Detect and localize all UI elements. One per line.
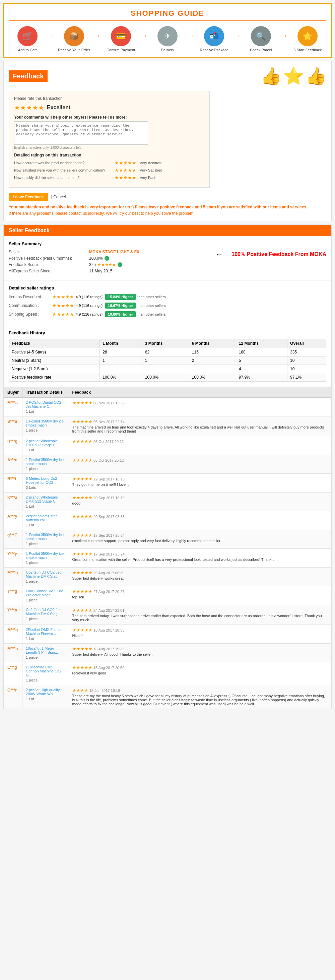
history-cell-overall: 335 xyxy=(287,348,326,356)
seller-rating-stars-0: ★★★★★ xyxy=(52,294,74,299)
buyer-name: M***n xyxy=(7,570,18,575)
leave-feedback-button[interactable]: Leave Feedback xyxy=(9,192,48,201)
item-desc[interactable]: 2kg/lot colorful star butterfly col... xyxy=(26,514,65,522)
buyer-cell-name: K***a xyxy=(4,493,22,511)
buyer-name: M***a xyxy=(7,400,18,405)
item-desc[interactable]: 2 PCS/lot Digital CO2 Jet Machine C... xyxy=(26,400,65,409)
buyer-name: L***g xyxy=(7,665,17,670)
history-title: Feedback History xyxy=(9,330,326,336)
item-desc[interactable]: 1 Pcs/lot 3500w dry ice smoke machi... xyxy=(26,419,65,427)
order-icon: 📦 xyxy=(64,26,84,46)
fb-stars: ★★★★★ xyxy=(72,628,92,633)
seller-name[interactable]: MOKA STAGE LIGHT & FX xyxy=(89,250,139,254)
item-desc[interactable]: Four Conner DMX Fire Projector Mach... xyxy=(26,589,65,597)
detailed-rating-row-0: How accurate was the product description… xyxy=(14,160,204,165)
higher-badge-2: 19.80% Higher xyxy=(105,311,136,317)
item-desc[interactable]: 2 pcs/lot High quality 200W Warm Wh... xyxy=(26,688,65,696)
fb-stars-date-row: ★★★★★ 08 Nov 2017 15:35 xyxy=(72,400,328,406)
arrow-1: → xyxy=(47,32,54,46)
fb-stars: ★★★★★ xyxy=(72,495,92,500)
seller-rating-label-1: Communication : xyxy=(9,303,52,308)
buyer-name: g***G xyxy=(7,533,18,538)
detail-value-2: Very Fast xyxy=(140,175,155,180)
detail-stars-1[interactable]: ★★★★★ xyxy=(114,167,137,173)
buyer-cell-transaction: Dj Machine Co2 Cannon Machine Co2 G... 1… xyxy=(22,662,69,685)
positive-label: Positive Feedback (Past 6 months): xyxy=(9,256,89,261)
item-desc[interactable]: Co2 Gun DJ CO2 Jet Machine DMX Stag... xyxy=(26,570,65,578)
col-3months: 3 Months xyxy=(142,339,189,348)
item-desc[interactable]: 1 Pcs/lot 3500w dry ice smoke machi... xyxy=(26,533,65,541)
col-overall: Overall xyxy=(287,339,326,348)
detail-stars-0[interactable]: ★★★★★ xyxy=(114,160,137,165)
step-label-order: Receive Your Order xyxy=(58,48,90,52)
fb-stars-date-row: ★★★★ 15 Jun 2017 19:16 xyxy=(72,688,328,693)
fb-stars-date-row: ★★★★★ 24 Aug 2017 23:01 xyxy=(72,608,328,613)
buyer-cell-feedback: ★★★★ 15 Jun 2017 19:16 These are my the … xyxy=(69,685,331,709)
item-desc[interactable]: 10pcs/lot 1 Meter Length 3 Pin Sign... xyxy=(26,646,65,654)
fb-date: 08 Nov 2017 15:35 xyxy=(94,401,125,405)
item-desc[interactable]: Dj Machine Co2 Cannon Machine Co2 G... xyxy=(26,665,65,677)
fb-stars-date-row: ★★★★★ 05 Oct 2017 20:12 xyxy=(72,439,328,444)
history-cell-overall: 97.1% xyxy=(287,373,326,382)
payment-icon: 💳 xyxy=(111,26,131,46)
item-desc[interactable]: 6 Meters Long Co2 Hose jet for CO2 ... xyxy=(26,476,65,484)
item-desc[interactable]: 2 pcs/lot Wholesale DMX 512 Stage C... xyxy=(26,495,65,503)
feedback-section: Feedback 👍 ⭐ 👍 Please rate this transact… xyxy=(3,61,332,221)
aliexpress-row: AliExpress Seller Since: 11 May 2015 xyxy=(9,269,212,274)
item-desc[interactable]: 1 Pcs/lot 3500w dry ice smoke machi... xyxy=(26,458,65,466)
item-desc[interactable]: 2 pcs/lot Wholesale DMX 512 Stage C... xyxy=(26,439,65,447)
buyer-row: M***n Co2 Gun DJ CO2 Jet Machine DMX Sta… xyxy=(4,568,331,586)
history-cell-label: Negative (1-2 Stars) xyxy=(9,365,100,373)
buyer-cell-transaction: 2 pcs/lot Wholesale DMX 512 Stage C... 1… xyxy=(22,493,69,511)
item-qty: 1 piece xyxy=(26,655,65,659)
buyer-cell-feedback: ★★★★★ 05 Oct 2017 20:12 xyxy=(69,436,331,455)
guide-step-order: 📦 Receive Your Order xyxy=(56,26,92,52)
item-qty: 1 Lot xyxy=(26,636,65,641)
buyer-cell-transaction: 2 PCS/lot Digital CO2 Jet Machine C... 1… xyxy=(22,398,69,417)
buyer-cell-feedback: ★★★★★ 18 Aug 2017 19:33 Super fast deliv… xyxy=(69,644,331,662)
higher-badge-0: 15.84% Higher xyxy=(105,294,136,300)
comment-label: Your comments will help other buyers! Pl… xyxy=(14,115,204,119)
fb-stars-date-row: ★★★★★ 15 Aug 2017 20:50 xyxy=(72,665,328,670)
rating-stars[interactable]: ★★★★★ xyxy=(14,103,44,111)
item-qty: 1 piece xyxy=(26,542,65,546)
moka-arrow-icon: ← xyxy=(215,250,223,259)
history-cell-m6: 100.0% xyxy=(189,373,236,382)
detailed-seller-ratings: Detailed seller ratings Item as Describe… xyxy=(4,280,331,325)
guide-step-cart: 🛒 Add to Cart xyxy=(9,26,46,52)
item-desc[interactable]: 2Pcs/Lot DMX Flame Machine Firewor... xyxy=(26,628,65,636)
comment-textarea[interactable] xyxy=(14,121,148,145)
step-label-delivery: Delivery xyxy=(161,48,174,52)
step-label-feedback: 5 Start Feedback xyxy=(294,48,322,52)
detailed-seller-title: Detailed seller ratings xyxy=(9,285,326,291)
item-desc[interactable]: 1 Pcs/lot 3500w dry ice smoke machi... xyxy=(26,552,65,560)
delivery-icon: ✈ xyxy=(157,26,178,46)
fb-stars: ★★★★★ xyxy=(72,570,92,575)
fb-date: 06 Nov 2017 22:14 xyxy=(94,420,125,424)
fb-date: 29 Aug 2017 06:30 xyxy=(94,571,124,575)
compare-0: than other sellers xyxy=(137,295,165,299)
cancel-button[interactable]: | Cancel xyxy=(51,195,66,199)
col-fb: Feedback xyxy=(69,387,331,398)
guide-step-parcel: 🔍 Check Parcel xyxy=(243,26,279,52)
item-qty: 1 piece xyxy=(26,560,65,565)
score-label: Feedback Score: xyxy=(9,262,89,267)
history-cell-m6: 2 xyxy=(189,356,236,365)
item-desc[interactable]: Co2 Gun DJ CO2 Jet Machine DMX Stag... xyxy=(26,608,65,616)
history-cell-m3: 100.0% xyxy=(142,373,189,382)
item-qty: 1 piece xyxy=(26,428,65,432)
seller-rating-stars-2: ★★★★★ xyxy=(52,312,74,317)
detail-stars-2[interactable]: ★★★★★ xyxy=(114,175,137,180)
fb-comment: Super fast delivery. All good. Thanks to… xyxy=(72,652,328,656)
detailed-rating-row-1: How satisfied were you with the sellers … xyxy=(14,167,204,173)
buyer-cell-feedback: ★★★★★ 08 Nov 2017 15:35 xyxy=(69,398,331,417)
buyer-cell-name: S***u xyxy=(4,417,22,436)
seller-feedback-section: Seller Feedback Seller Summary Seller: M… xyxy=(3,224,332,709)
item-qty: 1 Lot xyxy=(26,523,65,527)
col-6months: 6 Months xyxy=(189,339,236,348)
fb-date: 18 Aug 2017 19:33 xyxy=(94,647,124,651)
buyer-row: S***u 1 Pcs/lot 3500w dry ice smoke mach… xyxy=(4,417,331,436)
score-info-icon: i xyxy=(117,262,122,267)
history-cell-overall: 10 xyxy=(287,365,326,373)
feedback-score-row: Feedback Score: 325 ★★★★★ i xyxy=(9,262,212,267)
